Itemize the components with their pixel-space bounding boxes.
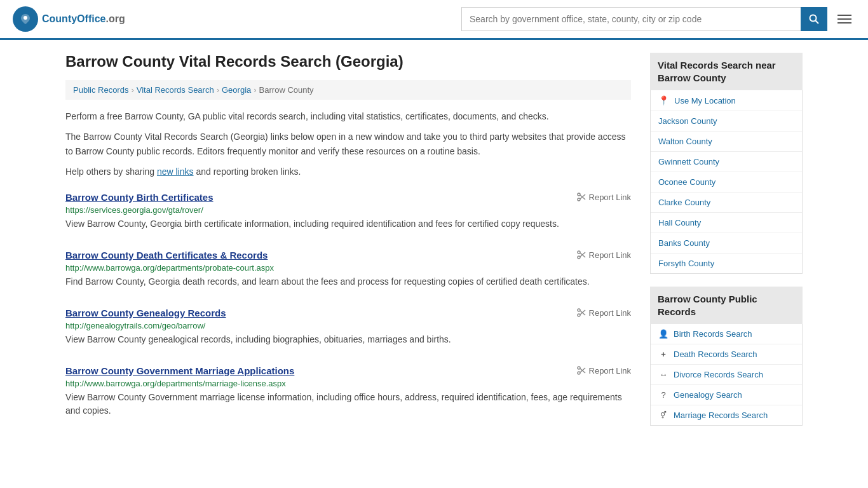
- report-link-birth[interactable]: Report Link: [577, 193, 631, 202]
- record-item-birth: Barrow County Birth Certificates Report …: [65, 192, 631, 237]
- site-header: CountyOffice.org: [0, 0, 868, 40]
- gwinnett-county-link[interactable]: Gwinnett County: [658, 157, 719, 166]
- record-item-genealogy: Barrow County Genealogy Records Report L…: [65, 308, 631, 353]
- breadcrumb-barrow: Barrow County: [259, 85, 314, 95]
- pin-icon: 📍: [658, 95, 669, 105]
- public-records-header: Barrow County Public Records: [650, 287, 803, 324]
- svg-line-15: [580, 310, 585, 315]
- hamburger-line: [837, 18, 851, 20]
- breadcrumb-public-records[interactable]: Public Records: [73, 85, 128, 95]
- page-title: Barrow County Vital Records Search (Geor…: [65, 53, 631, 71]
- record-item-marriage: Barrow County Government Marriage Applic…: [65, 365, 631, 424]
- arrows-icon: ↔: [658, 370, 668, 379]
- svg-line-18: [580, 369, 585, 373]
- record-title-birth[interactable]: Barrow County Birth Certificates: [65, 192, 214, 203]
- breadcrumb-sep: ›: [254, 85, 256, 95]
- nearby-section: Vital Records Search near Barrow County …: [650, 53, 803, 274]
- record-title-row: Barrow County Government Marriage Applic…: [65, 365, 631, 376]
- divorce-records-link[interactable]: Divorce Records Search: [674, 370, 763, 379]
- report-link-marriage[interactable]: Report Link: [577, 366, 631, 376]
- breadcrumb-georgia[interactable]: Georgia: [222, 85, 251, 95]
- description-2: The Barrow County Vital Records Search (…: [65, 130, 631, 158]
- hamburger-line: [837, 15, 851, 16]
- record-title-death[interactable]: Barrow County Death Certificates & Recor…: [65, 250, 268, 261]
- sidebar-item-jackson[interactable]: Jackson County: [651, 111, 802, 132]
- svg-line-19: [580, 368, 585, 372]
- forsyth-county-link[interactable]: Forsyth County: [658, 259, 714, 268]
- sidebar-item-walton[interactable]: Walton County: [651, 132, 802, 152]
- report-link-label: Report Link: [589, 308, 631, 318]
- record-url-death: http://www.barrowga.org/departments/prob…: [65, 263, 631, 273]
- record-title-row: Barrow County Birth Certificates Report …: [65, 192, 631, 203]
- sidebar-item-hall[interactable]: Hall County: [651, 213, 802, 233]
- new-links-link[interactable]: new links: [157, 166, 194, 177]
- record-title-genealogy[interactable]: Barrow County Genealogy Records: [65, 308, 226, 318]
- svg-point-8: [578, 251, 580, 254]
- search-input[interactable]: [461, 7, 801, 31]
- scissors-icon: [577, 193, 586, 201]
- scissors-icon: [577, 308, 586, 317]
- svg-point-9: [578, 256, 580, 259]
- search-button[interactable]: [801, 7, 827, 31]
- svg-line-3: [816, 21, 819, 24]
- svg-point-1: [24, 16, 27, 20]
- record-url-genealogy: http://genealogytrails.com/geo/barrow/: [65, 321, 631, 330]
- hamburger-menu-button[interactable]: [834, 11, 855, 27]
- svg-point-4: [578, 193, 580, 196]
- svg-point-16: [578, 367, 580, 369]
- desc3-prefix: Help others by sharing: [65, 166, 157, 177]
- record-desc-birth: View Barrow County, Georgia birth certif…: [65, 217, 631, 231]
- marriage-icon: ⚥: [658, 411, 668, 419]
- sidebar-item-death-records[interactable]: + Death Records Search: [651, 344, 802, 365]
- sidebar-item-genealogy-search[interactable]: ? Genealogy Search: [651, 385, 802, 405]
- nearby-section-header: Vital Records Search near Barrow County: [650, 53, 803, 90]
- svg-line-11: [580, 252, 585, 257]
- record-url-birth: https://services.georgia.gov/gta/rover/: [65, 205, 631, 215]
- genealogy-search-link[interactable]: Genealogy Search: [674, 390, 742, 400]
- sidebar-item-forsyth[interactable]: Forsyth County: [651, 254, 802, 273]
- svg-point-17: [578, 372, 580, 374]
- death-records-link[interactable]: Death Records Search: [674, 349, 757, 359]
- walton-county-link[interactable]: Walton County: [658, 137, 712, 146]
- svg-point-13: [578, 314, 580, 316]
- sidebar-item-clarke[interactable]: Clarke County: [651, 193, 802, 213]
- sidebar-item-gwinnett[interactable]: Gwinnett County: [651, 152, 802, 172]
- oconee-county-link[interactable]: Oconee County: [658, 177, 715, 187]
- report-link-label: Report Link: [589, 366, 631, 376]
- report-link-death[interactable]: Report Link: [577, 250, 631, 260]
- sidebar-item-birth-records[interactable]: 👤 Birth Records Search: [651, 324, 802, 344]
- public-records-section: Barrow County Public Records 👤 Birth Rec…: [650, 287, 803, 426]
- sidebar-item-divorce-records[interactable]: ↔ Divorce Records Search: [651, 365, 802, 385]
- search-area: [461, 7, 855, 31]
- sidebar-item-banks[interactable]: Banks County: [651, 233, 802, 254]
- nearby-list: 📍 Use My Location Jackson County Walton …: [650, 90, 803, 274]
- hall-county-link[interactable]: Hall County: [658, 218, 701, 227]
- desc3-suffix: and reporting broken links.: [194, 166, 301, 177]
- sidebar-item-oconee[interactable]: Oconee County: [651, 172, 802, 193]
- marriage-records-link[interactable]: Marriage Records Search: [674, 410, 768, 420]
- record-desc-marriage: View Barrow County Government marriage l…: [65, 391, 631, 417]
- report-link-label: Report Link: [589, 193, 631, 202]
- report-link-label: Report Link: [589, 250, 631, 260]
- search-icon: [809, 14, 819, 24]
- logo-icon: [13, 6, 38, 32]
- record-desc-genealogy: View Barrow County genealogical records,…: [65, 333, 631, 346]
- breadcrumb-vital-records[interactable]: Vital Records Search: [137, 85, 214, 95]
- svg-line-6: [580, 195, 585, 200]
- svg-line-14: [580, 311, 585, 315]
- report-link-genealogy[interactable]: Report Link: [577, 308, 631, 318]
- record-item-death: Barrow County Death Certificates & Recor…: [65, 250, 631, 295]
- record-title-row: Barrow County Death Certificates & Recor…: [65, 250, 631, 261]
- jackson-county-link[interactable]: Jackson County: [658, 116, 717, 126]
- description-1: Perform a free Barrow County, GA public …: [65, 109, 631, 123]
- birth-records-link[interactable]: Birth Records Search: [674, 329, 752, 339]
- sidebar-item-marriage-records[interactable]: ⚥ Marriage Records Search: [651, 405, 802, 425]
- use-location-link[interactable]: Use My Location: [674, 96, 736, 105]
- public-records-list: 👤 Birth Records Search + Death Records S…: [650, 324, 803, 426]
- sidebar-item-use-location[interactable]: 📍 Use My Location: [651, 90, 802, 111]
- site-logo[interactable]: CountyOffice.org: [13, 6, 125, 32]
- banks-county-link[interactable]: Banks County: [658, 238, 710, 248]
- record-title-marriage[interactable]: Barrow County Government Marriage Applic…: [65, 365, 294, 376]
- record-desc-death: Find Barrow County, Georgia death record…: [65, 275, 631, 288]
- clarke-county-link[interactable]: Clarke County: [658, 198, 710, 207]
